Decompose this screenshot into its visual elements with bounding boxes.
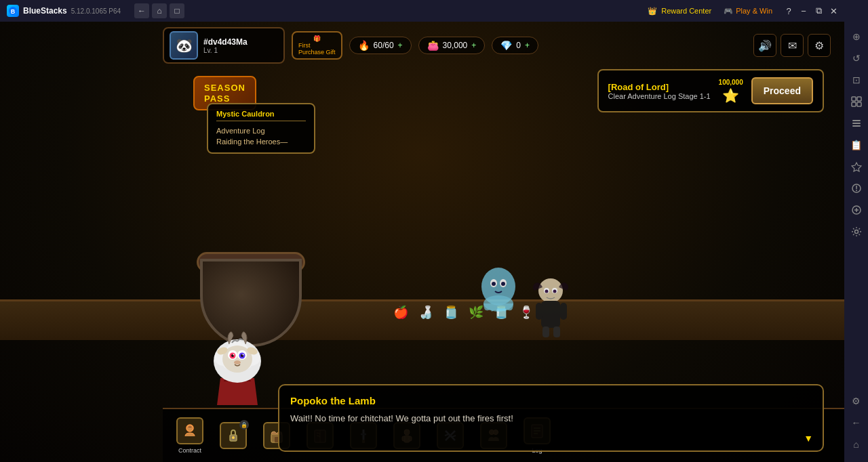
menu-item-adventure-log[interactable]: Adventure Log [216,125,306,136]
minimize-button[interactable]: − [797,4,810,18]
menu-popup-title: Mystic Cauldron [216,110,306,121]
sidebar-icon-9[interactable] [847,201,866,219]
gold-plus[interactable]: + [471,41,476,50]
popoko-character [203,324,271,415]
gift-label: FirstPurchase Gift [298,42,336,56]
app-logo: B [7,5,19,17]
toolbar-lock[interactable]: 🔒 [213,412,254,459]
dialogue-text: Wait!! No time for chitchat! We gotta pu… [290,412,812,425]
gems-stat: 💎 0 + [492,37,538,54]
svg-rect-22 [541,301,560,328]
quest-reward-amount: 100,000 [719,79,743,86]
help-button[interactable]: ? [782,4,795,18]
quest-reward: 100,000 ⭐ [719,79,743,104]
gold-icon: 👛 [427,40,439,51]
health-icon: 🔥 [358,40,370,51]
player-level: Lv. 1 [203,47,248,54]
toolbar-contract[interactable]: Contract [170,412,210,459]
sidebar-icon-3[interactable]: ⊡ [847,70,866,89]
close-button[interactable]: ✕ [827,4,840,18]
quest-description: Clear Adventure Log Stage 1-1 [608,92,711,100]
svg-point-19 [501,282,505,286]
dark-character [529,277,573,347]
svg-marker-9 [852,163,861,171]
svg-rect-8 [852,125,861,127]
svg-point-14 [854,230,858,234]
dialogue-box[interactable]: Popoko the Lamb Wait!! No time for chitc… [278,384,824,452]
proceed-button[interactable]: Proceed [751,77,813,104]
sidebar-icon-home[interactable]: ⌂ [847,435,866,454]
svg-point-48 [234,360,241,364]
quest-info: [Road of Lord] Clear Adventure Log Stage… [608,82,711,100]
play-win-icon: 🎮 [724,7,733,16]
dialogue-arrow-icon: ▼ [804,433,813,444]
svg-point-53 [232,436,235,439]
reward-center-icon: 👑 [648,7,657,16]
health-value: 60/60 [374,41,394,50]
svg-rect-29 [542,327,549,337]
svg-rect-4 [852,102,856,106]
svg-rect-3 [857,97,861,101]
sidebar-icon-6[interactable]: 📋 [847,135,866,154]
ghost-character [475,263,522,327]
nav-tabs-button[interactable]: □ [170,3,184,18]
svg-rect-6 [852,120,861,121]
app-version: 5.12.0.1065 P64 [71,7,121,15]
nav-back-button[interactable]: ← [134,3,149,18]
health-plus[interactable]: + [398,41,403,50]
app-name: BlueStacks [23,6,67,16]
svg-point-12 [856,190,857,191]
svg-rect-7 [852,123,861,124]
player-info: #dv4d43Ma Lv. 1 [203,37,248,54]
sidebar-icon-8[interactable] [847,179,866,198]
svg-point-25 [545,290,549,293]
dialogue-speaker: Popoko the Lamb [290,395,812,406]
sidebar-icon-settings[interactable] [847,222,866,241]
sidebar-icon-5[interactable] [847,114,866,133]
gold-stat: 👛 30,000 + [418,37,486,54]
svg-point-46 [233,354,235,356]
gems-icon: 💎 [500,40,512,51]
play-win-button[interactable]: 🎮 Play & Win [718,7,778,16]
settings-button[interactable]: ⚙ [808,34,831,57]
svg-rect-5 [857,102,861,106]
sidebar-icon-2[interactable]: ↺ [847,49,866,68]
contract-icon [176,417,203,444]
sidebar-icon-1[interactable]: ⊕ [847,27,866,46]
lock-icon: 🔒 [220,422,247,449]
sidebar-icon-bottom-settings[interactable]: ⚙ [847,392,866,411]
svg-point-18 [492,282,496,286]
svg-rect-27 [536,303,542,320]
gift-icon: 🎁 [313,35,321,42]
player-avatar: 🐼 [170,31,198,60]
first-purchase-gift-button[interactable]: 🎁 FirstPurchase Gift [292,31,342,60]
svg-rect-30 [553,327,560,337]
menu-popup: Mystic Cauldron Adventure Log Raiding th… [207,103,315,154]
restore-button[interactable]: ⧉ [812,4,825,18]
quest-reward-icon: ⭐ [722,87,739,104]
gems-plus[interactable]: + [525,41,530,50]
menu-item-raiding[interactable]: Raiding the Heroes— [216,136,306,147]
sidebar-icon-7[interactable] [847,157,866,176]
sound-button[interactable]: 🔊 [753,34,776,57]
hud-action-buttons: 🔊 ✉ ⚙ [753,34,831,57]
contract-label: Contract [178,447,201,454]
right-sidebar: ⊕ ↺ ⊡ 📋 [844,0,868,462]
svg-point-51 [186,425,193,432]
svg-point-26 [553,290,557,293]
svg-rect-2 [852,97,856,101]
nav-home-button[interactable]: ⌂ [152,3,167,18]
quest-title: [Road of Lord] [608,82,711,92]
titlebar: B BlueStacks 5.12.0.1065 P64 ← ⌂ □ 👑 Rew… [0,0,844,22]
top-hud: 🐼 #dv4d43Ma Lv. 1 🎁 FirstPurchase Gift 🔥… [163,28,831,62]
reward-center-label: Reward Center [661,7,711,15]
sidebar-icon-arrow-left[interactable]: ← [847,413,866,432]
svg-point-47 [243,354,244,356]
reward-center-button[interactable]: 👑 Reward Center [641,7,718,16]
mail-button[interactable]: ✉ [781,34,804,57]
gems-value: 0 [516,41,521,50]
player-name: #dv4d43Ma [203,37,248,47]
health-stat: 🔥 60/60 + [349,37,412,54]
svg-rect-28 [560,303,567,320]
sidebar-icon-4[interactable] [847,92,866,111]
